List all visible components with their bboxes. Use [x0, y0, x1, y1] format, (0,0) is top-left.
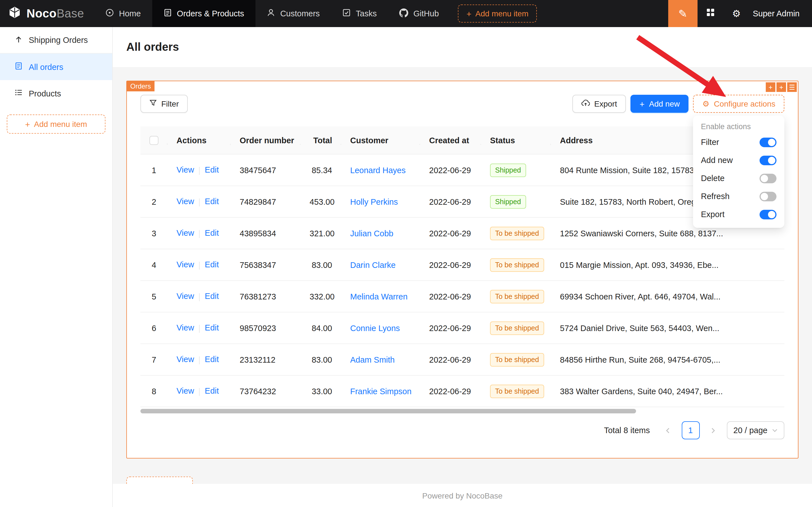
page-number-button[interactable]: 1 — [682, 421, 699, 439]
enable-action-label: Add new — [701, 156, 733, 165]
add-new-button[interactable]: + Add new — [630, 95, 689, 113]
created-at-cell: 2022-06-29 — [420, 197, 481, 206]
github-icon — [399, 8, 408, 19]
block-menu-icon[interactable]: ☰ — [787, 82, 797, 92]
toggle-switch[interactable] — [760, 210, 776, 219]
table-row: 5 ViewEdit 76381273 332.00 Melinda Warre… — [140, 281, 785, 313]
enable-action-item[interactable]: Add new — [693, 151, 785, 169]
plus-icon: + — [25, 120, 30, 128]
toggle-switch[interactable] — [760, 137, 776, 147]
status-cell: To be shipped — [481, 353, 551, 366]
row-actions-cell: ViewEdit — [168, 324, 231, 332]
enable-action-label: Delete — [701, 174, 724, 183]
nav-item-customers[interactable]: Customers — [255, 0, 331, 27]
view-link[interactable]: View — [176, 166, 194, 175]
nav-item-tasks[interactable]: Tasks — [331, 0, 388, 27]
customer-link[interactable]: Connie Lyons — [350, 324, 400, 332]
toggle-switch[interactable] — [760, 173, 776, 183]
page-size-select[interactable]: 20 / page — [727, 421, 785, 439]
row-index: 5 — [140, 292, 168, 301]
export-button[interactable]: Export — [572, 95, 626, 113]
toggle-switch[interactable] — [760, 191, 776, 201]
brand-logo[interactable]: NocoBase — [0, 0, 94, 27]
edit-link[interactable]: Edit — [205, 229, 219, 238]
edit-link[interactable]: Edit — [205, 292, 219, 301]
select-all-checkbox[interactable] — [150, 136, 159, 145]
view-link[interactable]: View — [176, 324, 194, 332]
customer-link[interactable]: Frankie Simpson — [350, 387, 412, 396]
action-divider — [199, 293, 199, 301]
view-link[interactable]: View — [176, 355, 194, 364]
configure-actions-button[interactable]: ⚙ Configure actions — [693, 95, 785, 113]
customer-link[interactable]: Holly Perkins — [350, 197, 398, 206]
enable-action-item[interactable]: Filter — [693, 133, 785, 151]
edit-link[interactable]: Edit — [205, 197, 219, 206]
scrollbar-thumb[interactable] — [140, 409, 636, 413]
header-add-menu-item-button[interactable]: + Add menu item — [458, 4, 537, 22]
enable-action-item[interactable]: Refresh — [693, 187, 785, 205]
plugin-manager-button[interactable] — [698, 0, 723, 27]
created-at-cell: 2022-06-29 — [420, 387, 481, 396]
initializer-add-icon[interactable]: + — [766, 82, 775, 92]
user-menu[interactable]: Super Admin — [749, 9, 812, 18]
sidebar-item-products[interactable]: Products — [0, 80, 112, 107]
sidebar: Shipping Orders All orders Products + Ad… — [0, 27, 113, 507]
address-cell: 1252 Swaniawski Corners, Suite 688, 8137… — [551, 229, 785, 238]
row-actions-cell: ViewEdit — [168, 355, 231, 364]
edit-link[interactable]: Edit — [205, 355, 219, 364]
edit-link[interactable]: Edit — [205, 387, 219, 396]
sidebar-add-menu-item-button[interactable]: + Add menu item — [7, 114, 106, 134]
view-link[interactable]: View — [176, 197, 194, 206]
sidebar-item-all-orders[interactable]: All orders — [0, 54, 112, 80]
sidebar-item-shipping-orders[interactable]: Shipping Orders — [0, 27, 112, 54]
nav-item-home[interactable]: Home — [94, 0, 152, 27]
filter-icon — [150, 99, 157, 108]
enable-actions-menu-items: Filter Add new Delete Refresh Export — [693, 133, 785, 223]
document-icon — [15, 62, 22, 72]
prev-page-button[interactable] — [659, 421, 677, 439]
customer-link[interactable]: Melinda Warren — [350, 292, 408, 301]
customer-link[interactable]: Adam Smith — [350, 355, 395, 364]
pen-icon: ✎ — [678, 7, 687, 20]
filter-button[interactable]: Filter — [140, 95, 188, 113]
row-index: 8 — [140, 387, 168, 396]
table-toolbar: Filter Export + Add new ⚙ Configure acti… — [140, 95, 785, 113]
address-cell: 5724 Daniel Drive, Suite 563, 54403, Wen… — [551, 324, 785, 332]
action-divider — [199, 230, 199, 238]
toggle-switch[interactable] — [760, 155, 776, 165]
enable-action-item[interactable]: Delete — [693, 169, 785, 187]
switch-knob — [761, 175, 768, 182]
edit-link[interactable]: Edit — [205, 324, 219, 332]
row-actions-cell: ViewEdit — [168, 229, 231, 238]
row-actions-cell: ViewEdit — [168, 197, 231, 206]
view-link[interactable]: View — [176, 387, 194, 396]
customer-link[interactable]: Darin Clarke — [350, 260, 396, 269]
gear-icon: ⚙ — [732, 8, 741, 19]
cube-logo-icon — [8, 6, 21, 21]
ui-editor-button[interactable]: ✎ — [668, 0, 698, 27]
enable-action-item[interactable]: Export — [693, 205, 785, 223]
view-link[interactable]: View — [176, 229, 194, 238]
add-block-button[interactable]: + Add block — [126, 476, 193, 484]
nav-item-orders-products[interactable]: Orders & Products — [152, 0, 255, 27]
row-index: 2 — [140, 197, 168, 206]
customer-link[interactable]: Julian Cobb — [350, 229, 393, 238]
view-link[interactable]: View — [176, 292, 194, 301]
status-cell: To be shipped — [481, 384, 551, 398]
status-tag: To be shipped — [490, 321, 544, 335]
next-page-button[interactable] — [704, 421, 722, 439]
brand-text: NocoBase — [26, 7, 84, 20]
order-number-cell: 23132112 — [231, 355, 300, 364]
toolbar-right-actions: Export + Add new ⚙ Configure actions — [572, 95, 785, 113]
settings-button[interactable]: ⚙ — [723, 0, 749, 27]
main-nav: Home Orders & Products Customers Tasks G… — [94, 0, 450, 27]
edit-link[interactable]: Edit — [205, 166, 219, 175]
customer-link[interactable]: Leonard Hayes — [350, 166, 406, 175]
edit-link[interactable]: Edit — [205, 260, 219, 269]
nav-item-github[interactable]: GitHub — [388, 0, 450, 27]
table-header: Actions Order number Total Customer Crea… — [140, 126, 785, 155]
view-link[interactable]: View — [176, 260, 194, 269]
status-tag: To be shipped — [490, 384, 544, 398]
drag-add-icon[interactable]: + — [776, 82, 786, 92]
page-footer: Powered by NocoBase — [113, 484, 812, 507]
